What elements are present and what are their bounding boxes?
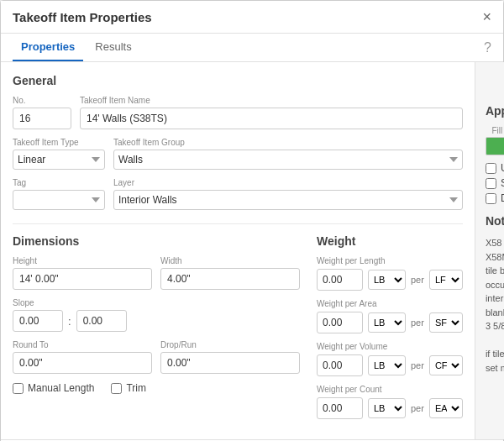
no-input[interactable] [13, 108, 71, 129]
tab-bar: Properties Results ? [1, 34, 503, 62]
fill-label: Fill [492, 126, 503, 135]
display-dimensions-checkbox[interactable] [486, 193, 496, 204]
dialog-header: Takeoff Item Properties × [1, 1, 503, 34]
trim-checkbox-label[interactable]: Trim [111, 382, 146, 394]
fill-color-box[interactable] [486, 137, 504, 155]
fill-col: Fill [486, 126, 504, 155]
solid-fill-color-text: Solid Fill Color [501, 177, 504, 189]
slope-input-2[interactable] [76, 310, 127, 332]
per-count-input[interactable] [317, 397, 363, 419]
no-label: No. [13, 96, 71, 105]
dimensions-col: Dimensions Height Width Slope [13, 234, 300, 428]
weight-col: Weight Weight per Length LB per LF [317, 234, 463, 428]
tag-label: Tag [13, 178, 105, 187]
right-panel: ❮ ❯ Appearance Fill Line Pattern [475, 62, 504, 439]
per-count-unit2-select[interactable]: EA [429, 398, 463, 418]
drop-group: Drop/Run [160, 340, 300, 374]
per-count-per: per [411, 403, 424, 413]
height-group: Height [13, 256, 152, 290]
round-input[interactable] [13, 352, 152, 374]
no-group: No. [13, 96, 71, 129]
per-volume-label: Weight per Volume [317, 342, 463, 351]
close-button[interactable]: × [482, 9, 491, 24]
round-label: Round To [13, 340, 152, 349]
slope-row: : [13, 310, 300, 332]
height-width-row: Height Width [13, 256, 300, 290]
content-area: General No. Takeoff Item Name Takeoff It… [1, 62, 503, 439]
name-group: Takeoff Item Name [80, 96, 463, 129]
layer-select[interactable]: Interior Walls [113, 190, 463, 210]
per-area-per: per [411, 318, 424, 328]
slope-input-1[interactable] [13, 310, 63, 332]
slope-label-text: Slope [13, 298, 300, 307]
per-volume-input[interactable] [317, 354, 363, 376]
per-length-unit1-select[interactable]: LB [368, 270, 406, 290]
manual-length-checkbox-label[interactable]: Manual Length [13, 382, 94, 394]
per-volume-row: LB per CF [317, 354, 463, 376]
per-area-label: Weight per Area [317, 299, 463, 308]
help-icon[interactable]: ? [484, 40, 491, 55]
dimensions-title: Dimensions [13, 234, 300, 248]
type-group: Takeoff Item Type Linear [13, 138, 105, 170]
trim-checkbox[interactable] [111, 383, 122, 394]
width-group: Width [160, 256, 300, 290]
appearance-section: Appearance Fill Line Pattern [486, 104, 504, 204]
notes-section: Notes X58 DW one side X58MR DW one side … [486, 214, 504, 429]
name-input[interactable] [80, 108, 463, 129]
no-name-row: No. Takeoff Item Name [13, 96, 463, 129]
notes-content: X58 DW one side X58MR DW one side OR 5/8… [486, 236, 504, 375]
weight-title: Weight [317, 234, 463, 248]
tag-select[interactable] [13, 190, 105, 210]
per-length-per: per [411, 275, 424, 285]
tag-layer-row: Tag Layer Interior Walls [13, 178, 463, 210]
left-panel: General No. Takeoff Item Name Takeoff It… [1, 62, 475, 439]
type-select[interactable]: Linear [13, 150, 105, 170]
trim-label: Trim [126, 382, 146, 394]
appearance-checks: Use Fill Pattern Solid Fill Color Displa… [486, 162, 504, 204]
checkbox-row: Manual Length Trim [13, 382, 300, 394]
display-dimensions-label[interactable]: Display Dimensions [486, 192, 504, 204]
manual-length-label: Manual Length [28, 382, 94, 394]
per-area-unit1-select[interactable]: LB [368, 312, 406, 333]
per-volume-unit2-select[interactable]: CF [429, 355, 463, 375]
per-length-row: LB per LF [317, 269, 463, 291]
height-input[interactable] [13, 268, 152, 290]
height-label: Height [13, 256, 152, 265]
nav-arrows: ❮ ❯ [486, 72, 504, 89]
width-input[interactable] [160, 268, 300, 290]
group-label: Takeoff Item Group [113, 138, 463, 147]
solid-fill-color-label[interactable]: Solid Fill Color [486, 177, 504, 189]
width-label: Width [160, 256, 300, 265]
per-count-row: LB per EA [317, 397, 463, 419]
round-group: Round To [13, 340, 152, 374]
manual-length-checkbox[interactable] [13, 383, 24, 394]
layer-group: Layer Interior Walls [113, 178, 463, 210]
per-count-unit1-select[interactable]: LB [368, 398, 406, 418]
per-area-unit2-select[interactable]: SF [429, 312, 463, 333]
tag-group: Tag [13, 178, 105, 210]
appearance-controls-row: Fill Line Pattern Spacing [486, 126, 504, 155]
type-label: Takeoff Item Type [13, 138, 105, 147]
drop-label: Drop/Run [160, 340, 300, 349]
tab-properties[interactable]: Properties [13, 34, 83, 61]
group-select[interactable]: Walls [113, 150, 463, 170]
round-drop-row: Round To Drop/Run [13, 340, 300, 374]
per-volume-unit1-select[interactable]: LB [368, 355, 406, 375]
per-length-unit2-select[interactable]: LF [429, 270, 463, 290]
per-area-input[interactable] [317, 312, 363, 333]
per-length-input[interactable] [317, 269, 363, 291]
layer-label: Layer [113, 178, 463, 187]
solid-fill-color-checkbox[interactable] [486, 178, 496, 189]
dimensions-weight-row: Dimensions Height Width Slope [13, 234, 463, 428]
use-fill-pattern-checkbox[interactable] [486, 163, 496, 174]
drop-input[interactable] [160, 352, 300, 374]
tab-results[interactable]: Results [87, 34, 139, 61]
takeoff-item-properties-dialog: Takeoff Item Properties × Properties Res… [0, 0, 504, 441]
slope-colon: : [68, 315, 71, 328]
use-fill-pattern-label[interactable]: Use Fill Pattern [486, 162, 504, 174]
use-fill-pattern-text: Use Fill Pattern [501, 162, 504, 174]
dialog-title: Takeoff Item Properties [13, 10, 152, 24]
group-group: Takeoff Item Group Walls [113, 138, 463, 170]
display-dimensions-text: Display Dimensions [501, 192, 504, 204]
per-length-label: Weight per Length [317, 256, 463, 265]
